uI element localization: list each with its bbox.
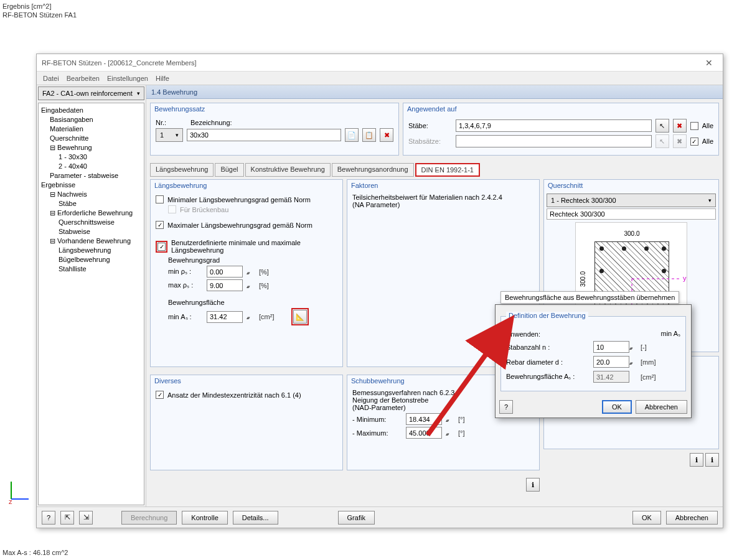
tree-group-input[interactable]: Eingabedaten xyxy=(41,106,141,115)
xs-dropdown[interactable]: 1 - Rechteck 300/300 xyxy=(547,194,716,207)
menu-edit[interactable]: Bearbeiten xyxy=(67,75,100,82)
popup-n-input[interactable]: 10 xyxy=(593,341,629,353)
popup-ok-button[interactable]: OK xyxy=(602,400,632,414)
popup-n-spin[interactable] xyxy=(629,343,638,351)
shear-max-spin[interactable] xyxy=(446,429,454,437)
min-rho-input[interactable]: 0.00 xyxy=(207,266,243,278)
factors-text2: (NA Parameter) xyxy=(352,201,534,208)
min-norm-check[interactable] xyxy=(156,195,164,203)
tree-reinforcement[interactable]: ⊟ Bewehrung xyxy=(41,143,141,152)
min-as-input[interactable]: 31.42 xyxy=(207,311,243,323)
min-as-spin[interactable] xyxy=(247,313,255,320)
case-dropdown[interactable]: FA2 - CA1-own reinforcement xyxy=(38,86,144,100)
tree-prov-stirrup[interactable]: Bügelbewehrung xyxy=(41,255,141,264)
close-icon[interactable]: ✕ xyxy=(700,58,718,68)
cm2-unit: [cm²] xyxy=(259,313,274,320)
tree-basis[interactable]: Basisangaben xyxy=(41,115,141,124)
new-set-button[interactable]: 📄 xyxy=(345,128,359,142)
shear-max-input[interactable]: 45.000 xyxy=(406,427,442,439)
bez-input[interactable] xyxy=(187,129,341,141)
popup-d-label: Rebar diameter d : xyxy=(506,358,593,366)
menu-file[interactable]: Datei xyxy=(43,75,59,82)
max-rho-input[interactable]: 9.00 xyxy=(207,279,243,291)
staebe-input[interactable] xyxy=(456,119,652,132)
xs-info-button-1[interactable]: ℹ xyxy=(690,453,703,467)
user-reinf-check[interactable]: ✓ xyxy=(157,243,166,251)
import-button[interactable]: ⇲ xyxy=(79,511,93,525)
tree-check[interactable]: ⊟ Nachweis xyxy=(41,190,141,199)
popup-as-unit: [cm²] xyxy=(641,373,655,381)
bridge-label: Für Brückenbau xyxy=(180,206,228,213)
factors-title: Faktoren xyxy=(347,180,539,191)
tree-reinf-1[interactable]: 1 - 30x30 xyxy=(41,152,141,162)
main-dialog: RF-BETON Stützen - [200612_Concrete Memb… xyxy=(36,54,723,528)
popup-group-title: Definition der Bewehrung xyxy=(506,312,588,319)
tree-params[interactable]: Parameter - stabweise xyxy=(41,171,141,180)
ok-button[interactable]: OK xyxy=(632,511,661,525)
tree-req-member[interactable]: Stabweise xyxy=(41,227,141,236)
alle-staebe-check[interactable] xyxy=(690,122,698,130)
popup-as-value: 31.42 xyxy=(593,371,629,383)
pick-members-button[interactable]: ↖ xyxy=(655,119,669,133)
details-button[interactable]: Details... xyxy=(233,511,278,525)
tree-provided[interactable]: ⊟ Vorhandene Bewehrung xyxy=(41,236,141,246)
grad-label: Bewehrungsgrad xyxy=(156,256,337,264)
tab-long[interactable]: Längsbewehrung xyxy=(150,163,214,177)
shear-min-spin[interactable] xyxy=(446,416,454,423)
xs-label: Rechteck 300/300 xyxy=(547,208,716,220)
menu-help[interactable]: Hilfe xyxy=(156,75,169,82)
tab-standard[interactable]: DIN EN 1992-1-1 xyxy=(415,163,480,177)
popup-d-input[interactable]: 20.0 xyxy=(593,356,629,368)
tab-constructive[interactable]: Konstruktive Bewehrung xyxy=(245,163,331,177)
area-title-label: Bewehrungsfläche xyxy=(156,299,337,306)
tree-steel-list[interactable]: Stahlliste xyxy=(41,264,141,274)
clear-members-button[interactable]: ✖ xyxy=(673,119,687,133)
ecc-check[interactable]: ✓ xyxy=(156,391,164,399)
tree-materials[interactable]: Materialien xyxy=(41,124,141,134)
xs-title: Querschnitt xyxy=(544,180,718,191)
ecc-label: Ansatz der Mindestexzentrizität nach 6.1… xyxy=(167,391,301,399)
delete-set-button[interactable]: ✖ xyxy=(380,128,393,142)
popup-help-button[interactable]: ? xyxy=(499,400,513,414)
tree-required[interactable]: ⊟ Erforderliche Bewehrung xyxy=(41,208,141,218)
bg-result-label: Ergebnis [cm^2] xyxy=(2,2,52,10)
menu-bar: Datei Bearbeiten Einstellungen Hilfe xyxy=(37,72,723,85)
tab-stirrup[interactable]: Bügel xyxy=(215,163,243,177)
export-button[interactable]: ⇱ xyxy=(60,511,74,525)
min-norm-label: Minimaler Längsbewehrungsgrad gemäß Norm xyxy=(167,196,311,203)
xs-info-button-2[interactable]: ℹ xyxy=(705,453,719,467)
nr-dropdown[interactable]: 1 xyxy=(156,128,183,142)
copy-set-button[interactable]: 📋 xyxy=(362,128,376,142)
tree-req-section[interactable]: Querschnittsweise xyxy=(41,218,141,227)
applied-title: Angewendet auf xyxy=(403,103,718,114)
max-norm-check[interactable]: ✓ xyxy=(156,221,164,229)
min-rho-label: min ρₛ : xyxy=(168,268,203,276)
tree-sections[interactable]: Querschnitte xyxy=(41,134,141,143)
menu-settings[interactable]: Einstellungen xyxy=(107,75,148,82)
tree-check-members[interactable]: Stäbe xyxy=(41,199,141,208)
tree-prov-long[interactable]: Längsbewehrung xyxy=(41,246,141,255)
calc-button[interactable]: Berechnung xyxy=(121,511,177,525)
tab-arrangement[interactable]: Bewehrungsanordnung xyxy=(332,163,414,177)
nav-tree[interactable]: Eingabedaten Basisangaben Materialien Qu… xyxy=(38,103,144,505)
graphic-button[interactable]: Grafik xyxy=(338,511,375,525)
help-button[interactable]: ? xyxy=(42,511,55,525)
popup-d-spin[interactable] xyxy=(629,358,638,366)
check-button[interactable]: Kontrolle xyxy=(182,511,227,525)
cancel-button[interactable]: Abbrechen xyxy=(666,511,718,525)
max-rho-spin[interactable] xyxy=(247,282,255,289)
saetze-input xyxy=(456,135,652,147)
min-rho-spin[interactable] xyxy=(247,268,255,276)
staebe-label: Stäbe: xyxy=(408,122,452,129)
alle-saetze-check[interactable]: ✓ xyxy=(690,138,698,146)
svg-text:y: y xyxy=(683,274,687,282)
area-from-bars-button[interactable]: 📐 xyxy=(293,310,307,324)
popup-n-unit: [-] xyxy=(641,343,647,351)
tree-group-results[interactable]: Ergebnisse xyxy=(41,180,141,190)
tree-reinf-2[interactable]: 2 - 40x40 xyxy=(41,162,141,171)
shear-min-input[interactable]: 18.434 xyxy=(406,413,442,425)
min-as-label: min Aₛ : xyxy=(168,313,203,321)
popup-cancel-button[interactable]: Abbrechen xyxy=(636,400,687,414)
info-button[interactable]: ℹ xyxy=(526,478,540,492)
svg-text:z: z xyxy=(9,498,12,504)
